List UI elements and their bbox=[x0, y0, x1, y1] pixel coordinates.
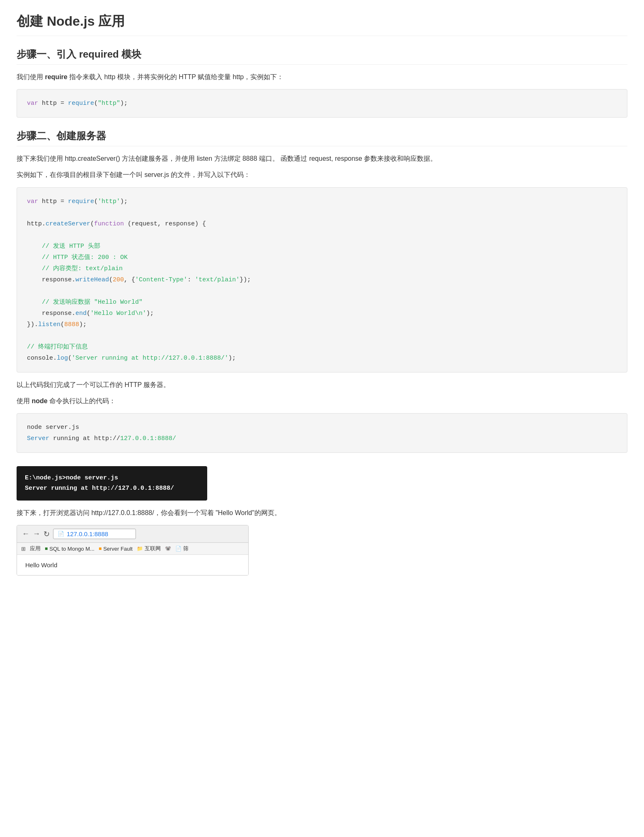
page-container: 创建 Node.js 应用 步骤一、引入 required 模块 我们使用 re… bbox=[17, 12, 627, 576]
code-block-node: node server.js Server running at http://… bbox=[17, 413, 627, 453]
bookmarks-bar: ⊞ 应用 ■ SQL to Mongo M... ■ Server Fault … bbox=[17, 543, 248, 555]
hello-world-text: Hello World bbox=[25, 561, 57, 568]
bookmark-folder-icon: 📁 bbox=[137, 546, 143, 552]
bookmark-sql-label: SQL to Mongo M... bbox=[49, 546, 94, 552]
bookmark-internet[interactable]: 📁 互联网 bbox=[137, 545, 161, 552]
code-block-1: var http = require("http"); bbox=[17, 89, 627, 118]
browser-forward-icon[interactable]: → bbox=[33, 530, 40, 538]
bookmark-apps-label: 应用 bbox=[30, 545, 41, 552]
browser-url-text: 127.0.0.1:8888 bbox=[67, 530, 108, 537]
section2-heading: 步骤二、创建服务器 bbox=[17, 129, 627, 146]
bookmark-file-icon: 📄 bbox=[175, 546, 182, 552]
bookmark-sf-label: Server Fault bbox=[103, 546, 133, 552]
terminal-screenshot: E:\node.js>node server.js Server running… bbox=[17, 466, 207, 501]
section1-intro: 我们使用 require 指令来载入 http 模块，并将实例化的 HTTP 赋… bbox=[17, 71, 627, 82]
browser-toolbar: ← → ↻ 📄 127.0.0.1:8888 bbox=[17, 525, 248, 543]
section2-para4: 使用 node 命令执行以上的代码： bbox=[17, 395, 627, 406]
page-icon: 📄 bbox=[58, 531, 64, 537]
section2-para3: 以上代码我们完成了一个可以工作的 HTTP 服务器。 bbox=[17, 379, 627, 390]
bookmark-img-icon: 🐨 bbox=[165, 546, 171, 552]
bookmark-file-label: 筛 bbox=[183, 545, 189, 552]
browser-content: Hello World bbox=[17, 555, 248, 575]
section-2: 步骤二、创建服务器 接下来我们使用 http.createServer() 方法… bbox=[17, 129, 627, 576]
code-block-server: var http = require('http'); http.createS… bbox=[17, 187, 627, 373]
bookmark-sql-icon: ■ bbox=[45, 546, 48, 552]
bookmark-sf-icon: ■ bbox=[99, 546, 102, 552]
bookmark-img[interactable]: 🐨 bbox=[165, 546, 171, 552]
section2-para2: 实例如下，在你项目的根目录下创建一个叫 server.js 的文件，并写入以下代… bbox=[17, 169, 627, 180]
bookmark-sql[interactable]: ■ SQL to Mongo M... bbox=[45, 546, 94, 552]
bookmark-apps[interactable]: 应用 bbox=[30, 545, 41, 552]
browser-screenshot: ← → ↻ 📄 127.0.0.1:8888 ⊞ 应用 ■ SQL to Mon… bbox=[17, 525, 249, 576]
page-title: 创建 Node.js 应用 bbox=[17, 12, 627, 36]
section-1: 步骤一、引入 required 模块 我们使用 require 指令来载入 ht… bbox=[17, 48, 627, 118]
browser-refresh-icon[interactable]: ↻ bbox=[44, 530, 50, 539]
bookmark-serverfault[interactable]: ■ Server Fault bbox=[99, 546, 133, 552]
terminal-line1: E:\node.js>node server.js bbox=[25, 473, 199, 484]
browser-url-bar[interactable]: 📄 127.0.0.1:8888 bbox=[53, 529, 136, 539]
bookmark-file[interactable]: 📄 筛 bbox=[175, 545, 189, 552]
para-browser: 接下来，打开浏览器访问 http://127.0.0.1:8888/，你会看到一… bbox=[17, 507, 627, 518]
browser-back-icon[interactable]: ← bbox=[22, 530, 29, 538]
terminal-line2: Server running at http://127.0.0.1:8888/ bbox=[25, 483, 199, 494]
bookmark-internet-label: 互联网 bbox=[145, 545, 161, 552]
section2-para1: 接下来我们使用 http.createServer() 方法创建服务器，并使用 … bbox=[17, 153, 627, 164]
apps-icon: ⊞ bbox=[21, 546, 26, 552]
section1-heading: 步骤一、引入 required 模块 bbox=[17, 48, 627, 65]
